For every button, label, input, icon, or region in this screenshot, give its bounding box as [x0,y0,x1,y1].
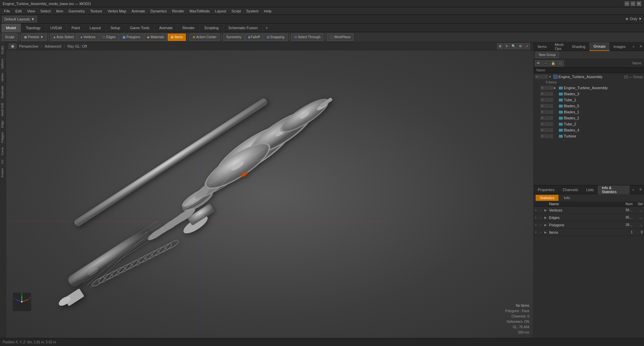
sidebar-tab-fusion[interactable]: Fusion [0,166,6,179]
item-vis-1[interactable]: 👁 [540,86,544,90]
tree-item-blades3[interactable]: 👁 − □ Blades_3 [534,91,644,97]
tree-item-blades1[interactable]: 👁 − □ Blades_1 [534,109,644,115]
menu-script[interactable]: Script [229,8,244,14]
tree-root-item[interactable]: 👁 − □ ▼ Engine_Turbine_Assembly (2) — Gr… [534,74,644,80]
ctrl-square-btn[interactable]: □ [557,60,564,66]
items-button[interactable]: ⊞ Items [168,34,185,41]
item-vis-9[interactable]: 👁 [540,134,544,138]
viewport-3d[interactable]: X Y Z No Items Polygons : Face Channels:… [6,50,533,338]
item-vis-2[interactable]: 👁 [540,92,544,96]
ctrl-eye-btn[interactable]: 👁 [535,60,542,66]
tab-layout[interactable]: Layout [85,23,106,32]
menu-view[interactable]: View [24,8,38,14]
item-lock-4[interactable]: − [545,104,549,108]
item-sq-1[interactable]: □ [549,86,553,90]
menu-dynamics[interactable]: Dynamics [148,8,169,14]
menu-animate[interactable]: Animate [129,8,148,14]
menu-geometry[interactable]: Geometry [66,8,87,14]
stats-play-edges[interactable]: ▶ [544,216,549,219]
item-lock-7[interactable]: − [545,122,549,126]
workplane-button[interactable]: ⬚ WorkPlane [327,34,354,41]
menu-render[interactable]: Render [169,8,187,14]
symmetry-button[interactable]: Symmetry [223,34,245,41]
stats-play-items[interactable]: ▶ [544,231,549,234]
ctrl-lock-btn[interactable]: 🔒 [550,60,556,66]
tab-groups[interactable]: Groups [589,42,609,51]
stats-vis-items[interactable]: − [540,231,544,234]
falloff-button[interactable]: ◖ Falloff [245,34,263,41]
item-sq-9[interactable]: □ [549,134,553,138]
tab-model[interactable]: Model [1,23,21,32]
menu-edit[interactable]: Edit [13,8,24,14]
item-sq-5[interactable]: □ [549,110,553,114]
item-vis-6[interactable]: 👁 [540,116,544,120]
item-expand-1[interactable]: ▶ [554,86,558,90]
menu-select[interactable]: Select [38,8,53,14]
vp-icon-expand[interactable]: ⤢ [524,43,530,49]
menu-vertexmap[interactable]: Vertex Map [105,8,129,14]
tab-mesh-ops[interactable]: Mesh Ops [551,42,568,51]
autoselect-button[interactable]: ◈ Auto Select [50,34,77,41]
sidebar-tab-polygon[interactable]: Polygon [0,130,6,145]
ctrl-minus-btn[interactable]: − [542,60,549,66]
edges-button[interactable]: ⬡ Edges [99,34,118,41]
tree-item-blades2[interactable]: 👁 − □ Blades_2 [534,115,644,121]
sidebar-tab-deform[interactable]: Deform [0,56,6,71]
sidebar-tab-meshedit[interactable]: Mesh Edit [0,101,6,118]
item-vis-4[interactable]: 👁 [540,104,544,108]
menu-system[interactable]: System [244,8,261,14]
sidebar-tab-vertex[interactable]: Vertex [0,71,6,84]
new-group-button[interactable]: New Group [536,52,559,58]
item-lock-5[interactable]: − [545,110,549,114]
vertices-button[interactable]: ● Vertices [77,34,99,41]
root-expand-icon[interactable]: ▼ [548,75,552,78]
vp-icon-zoom[interactable]: 🔍 [511,43,517,49]
viewport-toggle[interactable]: ▣ [9,44,16,49]
viewport[interactable]: ▣ Perspective | Advanced | Ray GL: Off ⊞… [6,42,533,338]
stats-vis-polygons[interactable]: − [540,223,544,227]
sidebar-tab-edge[interactable]: Edge [0,118,6,130]
group-tree[interactable]: 👁 − □ ▼ Engine_Turbine_Assembly (2) — Gr… [534,73,644,185]
stats-row-vertices[interactable]: + − ▶ Vertices 58… … [534,207,644,214]
root-lock[interactable]: − [539,75,543,79]
sidebar-tab-duplicate[interactable]: Duplicate [0,83,6,101]
right-tab-close[interactable]: ✕ [637,43,644,50]
sidebar-tab-curve[interactable]: Curve [0,145,6,157]
tab-shading[interactable]: Shading [568,42,589,51]
tab-properties[interactable]: Properties [534,185,558,194]
menu-maxtomodo[interactable]: MaxToModo [187,8,212,14]
stats-play-vertices[interactable]: ▶ [544,209,549,212]
tab-setup[interactable]: Setup [106,23,125,32]
right-tab-add[interactable]: + [630,43,637,50]
stats-row-edges[interactable]: + − ▶ Edges 96… … [534,214,644,221]
stats-expand-vertices[interactable]: + [535,209,540,212]
vp-icon-refresh[interactable]: ↻ [504,43,510,49]
tab-schematic[interactable]: Schematic Fusion [224,23,263,32]
stats-tab-info[interactable]: Info [560,195,574,201]
layout-dropdown[interactable]: Default Layouts ▼ [2,16,37,22]
item-sq-7[interactable]: □ [549,122,553,126]
tree-item-blades5[interactable]: 👁 − □ Blades_5 [534,103,644,109]
tab-add-button[interactable]: + [263,24,271,32]
root-vis[interactable]: 👁 [535,75,539,79]
item-sq-8[interactable]: □ [549,128,553,132]
item-vis-7[interactable]: 👁 [540,122,544,126]
item-sq-6[interactable]: □ [549,116,553,120]
stats-play-polygons[interactable]: ▶ [544,223,549,227]
stats-expand-edges[interactable]: + [535,216,540,219]
root-lock2[interactable]: □ [544,75,548,79]
tab-info-statistics[interactable]: Info & Statistics [598,185,629,194]
item-vis-3[interactable]: 👁 [540,98,544,102]
stats-expand-polygons[interactable]: + [535,223,540,227]
bottom-tab-close[interactable]: ✕ [637,186,644,193]
stats-vis-edges[interactable]: − [540,216,544,219]
vp-icon-layout[interactable]: ⊞ [497,43,503,49]
minimize-button[interactable]: — [625,1,629,6]
item-lock-2[interactable]: − [545,92,549,96]
tab-lists[interactable]: Lists [582,185,598,194]
item-sq-3[interactable]: □ [549,98,553,102]
tab-uvedit[interactable]: UVEdit [46,23,67,32]
tab-items[interactable]: Items [534,42,551,51]
stats-row-polygons[interactable]: + − ▶ Polygons 38… … [534,221,644,229]
item-sq-4[interactable]: □ [549,104,553,108]
